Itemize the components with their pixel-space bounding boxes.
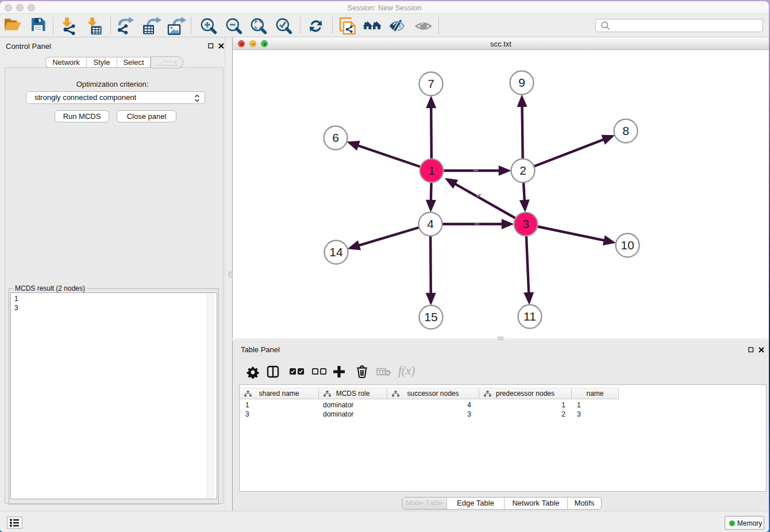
- svg-text:9: 9: [518, 76, 525, 89]
- svg-text:4: 4: [427, 217, 434, 230]
- svg-text:6: 6: [332, 131, 339, 144]
- svg-text:2: 2: [519, 164, 526, 177]
- svg-text:11: 11: [523, 310, 536, 323]
- svg-text:10: 10: [621, 238, 634, 252]
- svg-text:14: 14: [329, 245, 343, 259]
- svg-text:1: 1: [428, 164, 435, 177]
- svg-text:15: 15: [424, 310, 437, 323]
- svg-text:8: 8: [622, 124, 629, 137]
- svg-text:3: 3: [522, 217, 529, 230]
- svg-text:7: 7: [428, 77, 434, 90]
